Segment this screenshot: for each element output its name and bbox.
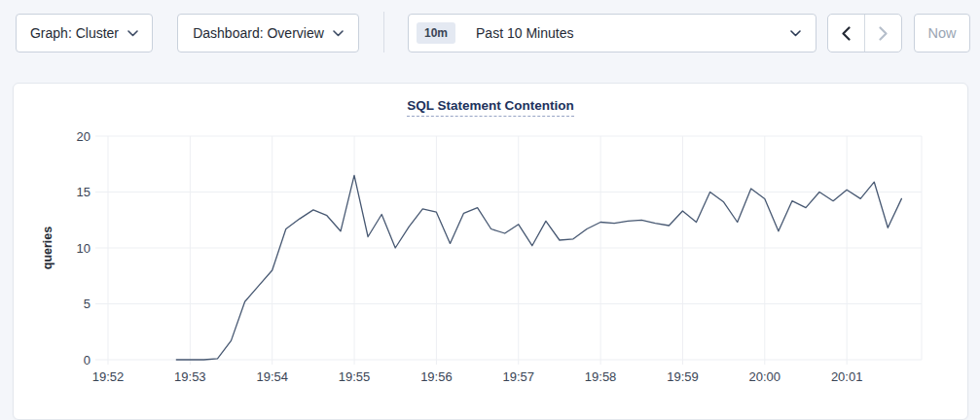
- y-tick-label: 0: [84, 353, 91, 368]
- now-button[interactable]: Now: [914, 14, 970, 52]
- now-button-label: Now: [927, 25, 956, 41]
- chart-card: SQL Statement Contention 0510152019:5219…: [13, 83, 968, 420]
- chevron-down-icon: [333, 30, 344, 37]
- y-tick-label: 20: [77, 129, 91, 144]
- dashboard-dropdown[interactable]: Dashboard: Overview: [177, 14, 359, 52]
- graph-dropdown[interactable]: Graph: Cluster: [16, 14, 153, 52]
- x-tick-label: 19:53: [174, 369, 206, 384]
- time-range-label: Past 10 Minutes: [476, 25, 781, 41]
- x-tick-label: 19:54: [256, 369, 288, 384]
- chart-title[interactable]: SQL Statement Contention: [407, 98, 574, 117]
- next-timewindow-button[interactable]: [865, 15, 901, 52]
- graph-dropdown-label: Graph: Cluster: [30, 25, 119, 41]
- dashboard-dropdown-label: Dashboard: Overview: [193, 25, 324, 41]
- x-tick-label: 20:00: [749, 369, 781, 384]
- time-step-group: [827, 14, 902, 52]
- time-range-select[interactable]: 10m Past 10 Minutes: [408, 14, 817, 52]
- chevron-right-icon: [879, 26, 888, 41]
- y-tick-label: 15: [77, 185, 91, 199]
- x-tick-label: 19:56: [420, 369, 453, 384]
- y-tick-label: 10: [77, 241, 91, 256]
- x-tick-label: 20:01: [831, 369, 863, 384]
- x-tick-label: 19:52: [92, 369, 125, 384]
- prev-timewindow-button[interactable]: [828, 15, 865, 52]
- x-tick-label: 19:55: [339, 369, 371, 384]
- chevron-down-icon: [790, 30, 801, 37]
- time-range-badge: 10m: [417, 22, 455, 44]
- x-tick-label: 19:57: [502, 369, 534, 384]
- x-tick-label: 19:59: [667, 369, 699, 384]
- y-tick-label: 5: [84, 297, 91, 311]
- series-line: [176, 175, 901, 360]
- toolbar-divider: [383, 12, 384, 52]
- x-tick-label: 19:58: [585, 369, 617, 384]
- sql-contention-chart[interactable]: 0510152019:5219:5319:5419:5519:5619:5719…: [14, 125, 969, 407]
- chart-title-row: SQL Statement Contention: [14, 84, 967, 117]
- chevron-down-icon: [127, 30, 138, 37]
- chevron-left-icon: [842, 26, 851, 41]
- y-axis-label: queries: [41, 227, 54, 270]
